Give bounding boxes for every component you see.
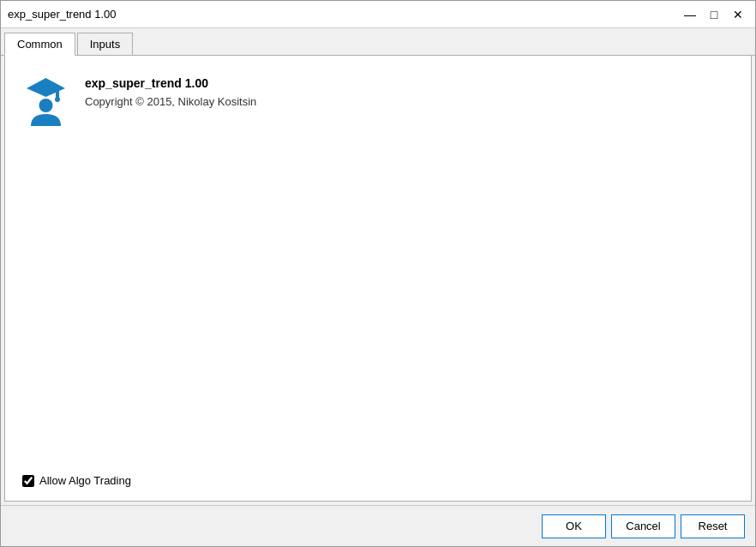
checkbox-row: Allow Algo Trading bbox=[22, 474, 734, 487]
tab-bar: Common Inputs bbox=[1, 28, 755, 56]
minimize-button[interactable]: — bbox=[680, 6, 700, 23]
close-button[interactable]: ✕ bbox=[728, 6, 748, 23]
expert-icon bbox=[22, 73, 69, 129]
reset-button[interactable]: Reset bbox=[681, 514, 745, 538]
window-title: exp_super_trend 1.00 bbox=[8, 8, 116, 21]
tab-inputs[interactable]: Inputs bbox=[77, 33, 133, 56]
svg-marker-0 bbox=[27, 78, 65, 97]
allow-algo-trading-checkbox[interactable] bbox=[22, 475, 34, 487]
footer: OK Cancel Reset bbox=[1, 505, 755, 546]
content-area: exp_super_trend 1.00 Copyright © 2015, N… bbox=[4, 56, 752, 502]
bottom-section: Allow Algo Trading bbox=[5, 464, 751, 501]
svg-point-3 bbox=[39, 99, 53, 112]
expert-details: exp_super_trend 1.00 Copyright © 2015, N… bbox=[85, 73, 256, 108]
svg-point-2 bbox=[55, 97, 60, 102]
title-bar: exp_super_trend 1.00 — □ ✕ bbox=[1, 1, 755, 28]
expert-name: exp_super_trend 1.00 bbox=[85, 76, 256, 90]
maximize-button[interactable]: □ bbox=[704, 6, 724, 23]
expert-info: exp_super_trend 1.00 Copyright © 2015, N… bbox=[5, 56, 751, 146]
ok-button[interactable]: OK bbox=[542, 514, 606, 538]
title-bar-controls: — □ ✕ bbox=[680, 6, 748, 23]
main-window: exp_super_trend 1.00 — □ ✕ Common Inputs bbox=[0, 0, 756, 547]
expert-svg-icon bbox=[22, 73, 69, 129]
allow-algo-trading-label[interactable]: Allow Algo Trading bbox=[39, 474, 131, 487]
cancel-button[interactable]: Cancel bbox=[611, 514, 675, 538]
expert-copyright: Copyright © 2015, Nikolay Kositsin bbox=[85, 95, 256, 108]
tab-common[interactable]: Common bbox=[4, 33, 75, 56]
